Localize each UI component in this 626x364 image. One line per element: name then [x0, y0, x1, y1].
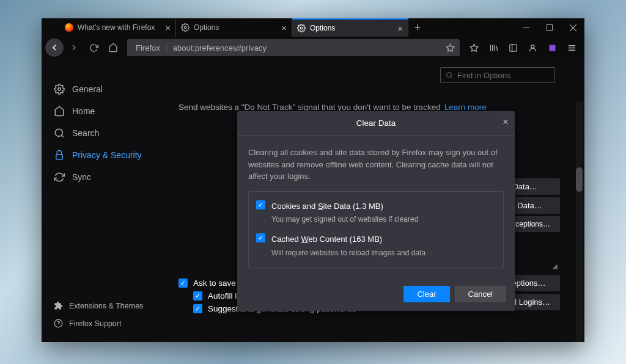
- svg-line-21: [61, 135, 63, 137]
- nav-toolbar: Firefox about:preferences#privacy: [42, 37, 584, 59]
- dialog-footer: Clear Cancel: [237, 277, 515, 311]
- tab-whats-new[interactable]: What's new with Firefox ×: [60, 18, 176, 37]
- svg-rect-15: [549, 45, 555, 51]
- sync-icon: [54, 172, 65, 183]
- dialog-description: Clearing all cookies and site data store…: [248, 147, 504, 183]
- svg-marker-6: [446, 44, 454, 51]
- lock-icon: [54, 150, 65, 161]
- svg-point-0: [184, 26, 186, 29]
- library-icon[interactable]: [484, 38, 503, 57]
- main-panel: Find in Options Send websites a "Do Not …: [168, 59, 584, 342]
- tab-options-2[interactable]: Options ×: [292, 18, 408, 37]
- sidebar-item-label: General: [72, 84, 103, 94]
- sidebar-item-sync[interactable]: Sync: [42, 166, 168, 188]
- sidebar-item-label: Search: [72, 128, 99, 138]
- bookmark-star-icon[interactable]: [446, 43, 455, 53]
- svg-line-11: [496, 45, 497, 51]
- dialog-options: ✓ Cookies and Site Data (1.3 MB) You may…: [248, 191, 504, 268]
- modal-overlay: Clear Data × Clearing all cookies and si…: [168, 59, 584, 342]
- new-tab-button[interactable]: +: [408, 18, 427, 37]
- forward-button[interactable]: [65, 38, 83, 57]
- help-icon: [54, 319, 63, 328]
- checkbox-checked[interactable]: ✓: [256, 233, 265, 242]
- sidebar-item-label: Home: [72, 106, 95, 116]
- dialog-header: Clear Data ×: [237, 111, 515, 136]
- back-button[interactable]: [45, 38, 64, 57]
- url-text: about:preferences#privacy: [173, 43, 267, 53]
- close-icon[interactable]: ×: [281, 23, 287, 33]
- firefox-icon: [65, 23, 73, 32]
- svg-rect-22: [56, 155, 63, 159]
- sidebar-item-home[interactable]: Home: [42, 100, 168, 122]
- home-icon: [54, 106, 65, 117]
- close-window-button[interactable]: [561, 18, 584, 37]
- menu-icon[interactable]: [562, 38, 581, 57]
- browser-window: What's new with Firefox × Options × Opti…: [42, 18, 584, 342]
- pocket-icon[interactable]: [465, 38, 483, 57]
- account-icon[interactable]: [523, 38, 542, 57]
- firefox-support-link[interactable]: Firefox Support: [42, 315, 168, 332]
- scrollbar-thumb[interactable]: [576, 167, 583, 192]
- svg-point-20: [55, 129, 62, 136]
- svg-marker-7: [470, 44, 478, 51]
- svg-point-1: [300, 27, 303, 29]
- clear-button[interactable]: Clear: [403, 286, 449, 302]
- url-bar[interactable]: Firefox about:preferences#privacy: [127, 39, 460, 56]
- tab-label: What's new with Firefox: [78, 23, 155, 32]
- settings-sidebar: General Home Search Privacy & Security S…: [42, 59, 168, 342]
- identity-box[interactable]: Firefox: [132, 43, 167, 53]
- gear-icon: [297, 24, 306, 32]
- cookies-option: ✓ Cookies and Site Data (1.3 MB) You may…: [256, 200, 496, 225]
- option-title: Cookies and Site Data (1.3 MB): [271, 200, 418, 213]
- scrollbar[interactable]: [576, 101, 583, 342]
- sidebar-item-label: Privacy & Security: [72, 150, 142, 160]
- svg-point-19: [58, 88, 61, 91]
- tab-label: Options: [310, 24, 335, 32]
- sidebar-icon[interactable]: [504, 38, 522, 57]
- svg-rect-12: [509, 44, 516, 51]
- tab-label: Options: [194, 23, 219, 32]
- content-area: General Home Search Privacy & Security S…: [42, 59, 584, 342]
- sidebar-item-search[interactable]: Search: [42, 122, 168, 144]
- support-label: Firefox Support: [69, 319, 121, 328]
- option-title: Cached Web Content (163 MB): [271, 233, 425, 246]
- titlebar: What's new with Firefox × Options × Opti…: [42, 18, 584, 37]
- extensions-themes-link[interactable]: Extensions & Themes: [42, 297, 168, 315]
- support-label: Extensions & Themes: [69, 302, 143, 310]
- minimize-button[interactable]: [515, 18, 538, 37]
- gear-icon: [181, 23, 190, 32]
- cache-option: ✓ Cached Web Content (163 MB) Will requi…: [256, 233, 496, 258]
- checkbox-checked[interactable]: ✓: [256, 200, 265, 209]
- search-icon: [54, 128, 65, 139]
- option-subtitle: Will require websites to reload images a…: [271, 247, 425, 258]
- dialog-body: Clearing all cookies and site data store…: [237, 136, 515, 277]
- sidebar-item-privacy[interactable]: Privacy & Security: [42, 144, 168, 166]
- window-controls: [515, 18, 584, 37]
- identity-label: Firefox: [136, 43, 160, 53]
- reload-button[interactable]: [84, 38, 103, 57]
- gear-icon: [54, 84, 65, 95]
- close-icon[interactable]: ×: [165, 23, 171, 33]
- puzzle-icon: [54, 301, 63, 310]
- clear-data-dialog: Clear Data × Clearing all cookies and si…: [237, 111, 515, 311]
- option-subtitle: You may get signed out of websites if cl…: [271, 214, 418, 225]
- close-icon[interactable]: ×: [397, 23, 403, 34]
- sidebar-item-label: Sync: [72, 172, 91, 182]
- extension-icon[interactable]: [543, 38, 561, 57]
- close-icon[interactable]: ×: [503, 116, 509, 128]
- home-button[interactable]: [104, 38, 122, 57]
- sidebar-item-general[interactable]: General: [42, 78, 168, 100]
- cancel-button[interactable]: Cancel: [455, 286, 506, 302]
- svg-rect-3: [547, 25, 553, 31]
- dialog-title: Clear Data: [356, 118, 396, 128]
- svg-point-14: [531, 45, 534, 48]
- maximize-button[interactable]: [538, 18, 561, 37]
- tab-strip: What's new with Firefox × Options × Opti…: [42, 18, 515, 37]
- tab-options-1[interactable]: Options ×: [176, 18, 292, 37]
